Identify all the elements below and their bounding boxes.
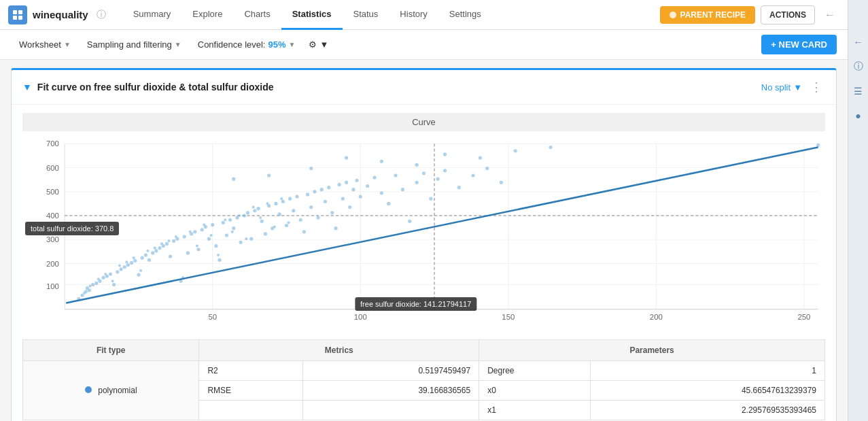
svg-point-98 xyxy=(306,192,309,196)
metric-r2-label: R2 xyxy=(199,361,302,381)
svg-point-129 xyxy=(500,181,503,184)
nav-status[interactable]: Status xyxy=(343,0,389,30)
svg-point-134 xyxy=(111,280,114,282)
svg-point-50 xyxy=(137,273,140,276)
settings-gear[interactable]: ⚙ ▼ xyxy=(303,39,334,50)
parent-recipe-dot xyxy=(670,12,676,18)
nav-summary[interactable]: Summary xyxy=(122,0,182,30)
svg-point-106 xyxy=(334,226,337,230)
svg-point-157 xyxy=(273,226,276,229)
svg-text:300: 300 xyxy=(46,235,59,243)
svg-text:400: 400 xyxy=(46,212,59,220)
confidence-caret: ▼ xyxy=(289,41,296,48)
sidebar-info-icon[interactable]: ⓘ xyxy=(850,58,867,75)
param-x1-value: 2.295769535393465 xyxy=(591,401,825,420)
svg-point-101 xyxy=(317,216,320,220)
svg-point-42 xyxy=(109,272,112,275)
svg-point-123 xyxy=(429,197,432,201)
confidence-value: 95% xyxy=(268,39,285,50)
svg-point-56 xyxy=(158,246,161,250)
worksheet-button[interactable]: Worksheet ▼ xyxy=(11,30,79,60)
sampling-label: Sampling and filtering xyxy=(87,39,172,50)
svg-point-165 xyxy=(415,163,419,167)
svg-point-48 xyxy=(130,261,133,265)
nav-history[interactable]: History xyxy=(389,0,438,30)
svg-point-112 xyxy=(355,179,358,182)
svg-point-154 xyxy=(252,206,255,209)
svg-point-99 xyxy=(309,205,313,209)
nav-statistics[interactable]: Statistics xyxy=(281,0,343,30)
svg-text:600: 600 xyxy=(46,164,59,172)
svg-point-130 xyxy=(83,292,86,294)
toolbar-right: + NEW CARD xyxy=(761,35,837,54)
app-logo-icon xyxy=(8,5,27,24)
svg-point-85 xyxy=(260,220,264,223)
svg-point-166 xyxy=(443,152,447,156)
svg-point-127 xyxy=(471,173,474,177)
parent-recipe-label: PARENT RECIPE xyxy=(680,10,746,20)
col-parameters: Parameters xyxy=(479,340,825,361)
param-degree-value: 1 xyxy=(591,361,825,381)
svg-point-76 xyxy=(228,218,232,222)
svg-point-94 xyxy=(292,209,295,212)
svg-point-54 xyxy=(151,251,154,254)
card-menu-button[interactable]: ⋮ xyxy=(808,80,825,95)
svg-text:700: 700 xyxy=(46,140,59,148)
svg-point-105 xyxy=(330,211,334,214)
sidebar-back-icon[interactable]: ← xyxy=(850,34,867,50)
svg-text:50: 50 xyxy=(208,313,217,321)
gear-caret: ▼ xyxy=(319,39,328,50)
parent-recipe-button[interactable]: PARENT RECIPE xyxy=(660,6,755,24)
svg-point-44 xyxy=(116,270,119,273)
svg-text:100: 100 xyxy=(354,313,367,321)
svg-point-145 xyxy=(188,231,191,233)
sidebar-chat-icon[interactable]: ● xyxy=(850,107,867,124)
svg-point-103 xyxy=(324,200,327,203)
nav-explore[interactable]: Explore xyxy=(181,0,233,30)
svg-rect-1 xyxy=(18,10,22,14)
app-logo[interactable]: winequality ⓘ xyxy=(8,5,106,24)
svg-point-96 xyxy=(299,218,302,222)
nav-back-arrow[interactable]: ← xyxy=(820,5,839,24)
svg-point-169 xyxy=(549,146,552,149)
svg-point-115 xyxy=(372,175,376,179)
svg-point-104 xyxy=(327,186,330,189)
svg-point-146 xyxy=(196,244,198,247)
gear-icon: ⚙ xyxy=(309,39,317,50)
no-split-button[interactable]: No split ▼ xyxy=(761,82,802,92)
metric-rmse-value: 39.166836565 xyxy=(302,381,479,401)
nav-charts[interactable]: Charts xyxy=(233,0,281,30)
svg-point-168 xyxy=(514,149,517,152)
svg-point-58 xyxy=(165,242,169,246)
svg-point-124 xyxy=(436,178,440,181)
svg-text:100: 100 xyxy=(46,282,59,290)
svg-point-37 xyxy=(91,283,94,286)
svg-text:200: 200 xyxy=(650,313,663,321)
card-collapse-chevron[interactable]: ▼ xyxy=(22,82,32,92)
svg-rect-0 xyxy=(13,10,17,14)
worksheet-caret: ▼ xyxy=(64,41,71,48)
svg-point-53 xyxy=(147,258,151,262)
actions-button[interactable]: ACTIONS xyxy=(761,5,815,24)
confidence-button[interactable]: Confidence level: 95% ▼ xyxy=(190,30,304,60)
svg-point-156 xyxy=(266,202,268,205)
chart-svg: 700 600 500 400 300 200 100 50 100 150 2… xyxy=(22,137,825,334)
svg-point-149 xyxy=(217,254,220,256)
svg-point-164 xyxy=(380,160,383,163)
sidebar-list-icon[interactable]: ☰ xyxy=(850,83,867,99)
metric-r2-value: 0.5197459497 xyxy=(302,361,479,381)
svg-point-92 xyxy=(285,224,288,227)
svg-point-86 xyxy=(264,232,267,235)
svg-point-89 xyxy=(274,202,277,205)
card-title: Fit curve on free sulfur dioxide & total… xyxy=(37,82,756,92)
info-icon[interactable]: ⓘ xyxy=(97,9,106,21)
svg-point-160 xyxy=(232,178,235,181)
svg-point-64 xyxy=(186,251,190,254)
svg-point-68 xyxy=(201,228,204,231)
card-header: ▼ Fit curve on free sulfur dioxide & tot… xyxy=(12,70,836,105)
new-card-button[interactable]: + NEW CARD xyxy=(761,35,837,54)
sampling-button[interactable]: Sampling and filtering ▼ xyxy=(79,30,190,60)
svg-point-100 xyxy=(313,190,316,193)
nav-settings[interactable]: Settings xyxy=(438,0,492,30)
svg-point-119 xyxy=(401,188,404,191)
